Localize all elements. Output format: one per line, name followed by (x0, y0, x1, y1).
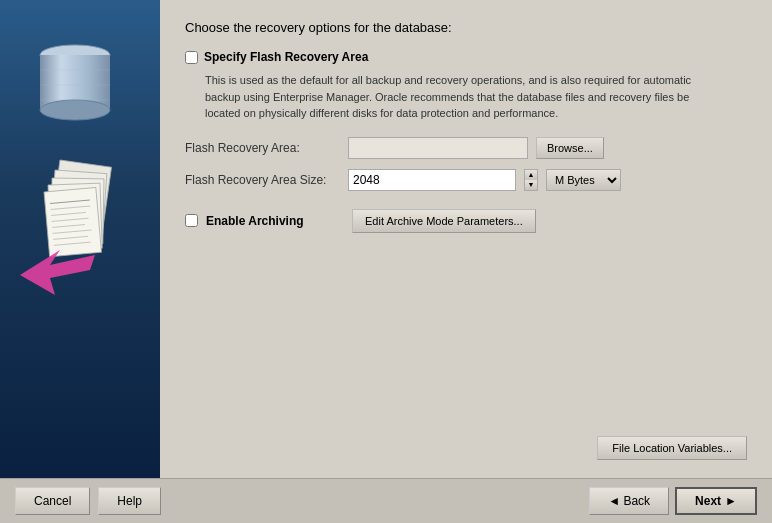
spinner-down-button[interactable]: ▼ (525, 180, 537, 190)
cancel-button[interactable]: Cancel (15, 487, 90, 515)
back-label: Back (623, 494, 650, 508)
right-panel: Choose the recovery options for the data… (160, 0, 772, 478)
archiving-row: Enable Archiving Edit Archive Mode Param… (185, 209, 747, 233)
left-panel (0, 0, 160, 478)
next-button[interactable]: Next ► (675, 487, 757, 515)
svg-point-2 (40, 100, 110, 120)
svg-marker-44 (20, 250, 95, 295)
archive-mode-button[interactable]: Edit Archive Mode Parameters... (352, 209, 536, 233)
archiving-label[interactable]: Enable Archiving (206, 214, 336, 228)
bottom-bar: Cancel Help ◄ Back Next ► (0, 478, 772, 523)
illustration-svg (0, 0, 150, 390)
file-location-row: File Location Variables... (185, 436, 747, 460)
bottom-left-buttons: Cancel Help (15, 487, 161, 515)
next-label: Next (695, 494, 721, 508)
main-content: Choose the recovery options for the data… (0, 0, 772, 478)
svg-rect-35 (44, 187, 101, 256)
next-arrow-icon: ► (725, 494, 737, 508)
flash-size-row: Flash Recovery Area Size: 2048 ▲ ▼ K Byt… (185, 169, 747, 191)
help-button[interactable]: Help (98, 487, 161, 515)
bottom-right-buttons: ◄ Back Next ► (589, 487, 757, 515)
flash-size-input[interactable]: 2048 (348, 169, 516, 191)
back-button[interactable]: ◄ Back (589, 487, 669, 515)
flash-recovery-row: Specify Flash Recovery Area (185, 50, 747, 64)
back-arrow-icon: ◄ (608, 494, 620, 508)
dialog: Choose the recovery options for the data… (0, 0, 772, 523)
browse-button[interactable]: Browse... (536, 137, 604, 159)
flash-size-label: Flash Recovery Area Size: (185, 173, 340, 187)
flash-area-input[interactable] (348, 137, 528, 159)
size-spinner: ▲ ▼ (524, 169, 538, 191)
flash-area-label: Flash Recovery Area: (185, 141, 340, 155)
flash-recovery-checkbox[interactable] (185, 51, 198, 64)
flash-area-row: Flash Recovery Area: Browse... (185, 137, 747, 159)
flash-recovery-description: This is used as the default for all back… (205, 72, 695, 122)
size-unit-select[interactable]: K Bytes M Bytes G Bytes (546, 169, 621, 191)
spinner-up-button[interactable]: ▲ (525, 170, 537, 180)
spacer (185, 243, 747, 437)
archiving-checkbox[interactable] (185, 214, 198, 227)
section-title: Choose the recovery options for the data… (185, 20, 747, 35)
file-location-button[interactable]: File Location Variables... (597, 436, 747, 460)
flash-recovery-label[interactable]: Specify Flash Recovery Area (204, 50, 368, 64)
